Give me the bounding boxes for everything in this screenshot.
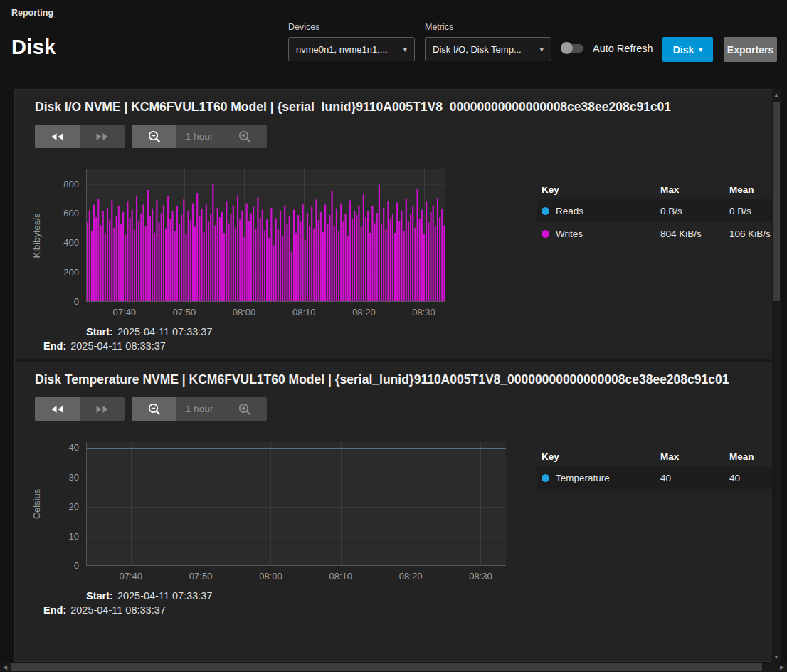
- chart-title: Disk I/O NVME | KCM6FVUL1T60 Model | {se…: [35, 100, 772, 115]
- start-line: Start:2025-04-11 07:33:37: [86, 590, 772, 602]
- series-name-cell: Writes: [537, 229, 660, 239]
- auto-refresh-toggle[interactable]: [562, 44, 583, 53]
- step-back-button[interactable]: [35, 125, 80, 148]
- x-tick-label: 07:50: [173, 307, 196, 317]
- chart-toolbar: 1 hour: [35, 125, 772, 148]
- x-tick-label: 08:00: [233, 307, 256, 317]
- scroll-left-icon[interactable]: ◀: [1, 663, 9, 672]
- y-axis-label: Celsius: [31, 489, 41, 520]
- page-title: Disk: [11, 36, 56, 59]
- time-step-group: [35, 397, 125, 421]
- scroll-down-icon[interactable]: ▼: [772, 653, 781, 662]
- start-value: 2025-04-11 07:33:37: [117, 326, 213, 337]
- end-line: End:2025-04-11 08:33:37: [43, 604, 772, 616]
- start-label: Start:: [86, 326, 113, 337]
- zoom-group: 1 hour: [132, 397, 267, 421]
- metrics-select-value: Disk I/O, Disk Temp...: [433, 44, 535, 55]
- chart-legend: KeyMaxMeanTemperature4040: [537, 446, 772, 489]
- y-axis-ticks: 0200400600800: [53, 169, 86, 302]
- x-tick-label: 08:10: [292, 307, 316, 317]
- zoom-out-icon: [147, 130, 162, 144]
- y-axis-label: Kibibytes/s: [31, 214, 41, 258]
- double-arrow-right-icon: [95, 132, 109, 141]
- series-max-value: 40: [660, 473, 729, 483]
- horizontal-scrollbar-thumb[interactable]: [11, 663, 762, 671]
- y-tick-label: 40: [69, 442, 79, 453]
- step-forward-button[interactable]: [80, 125, 125, 148]
- metrics-select[interactable]: Disk I/O, Disk Temp... ▾: [425, 37, 551, 61]
- step-back-button[interactable]: [35, 397, 80, 421]
- y-tick-label: 0: [74, 560, 79, 572]
- exporters-button[interactable]: Exporters: [724, 37, 777, 62]
- series-name: Writes: [556, 229, 583, 239]
- horizontal-scrollbar[interactable]: ◀ ▶: [0, 663, 787, 672]
- zoom-range-label: 1 hour: [176, 397, 222, 421]
- series-color-dot-icon: [542, 474, 549, 482]
- y-tick-label: 10: [69, 531, 79, 542]
- devices-label: Devices: [288, 22, 319, 32]
- legend-header-cell: Max: [660, 451, 729, 462]
- double-arrow-left-icon: [51, 132, 64, 141]
- x-tick-label: 08:20: [352, 307, 376, 317]
- y-tick-label: 800: [63, 179, 79, 190]
- y-tick-label: 20: [69, 501, 79, 513]
- y-tick-label: 600: [63, 208, 79, 219]
- chevron-down-icon: ▾: [403, 45, 407, 54]
- zoom-out-button[interactable]: [132, 397, 176, 421]
- zoom-in-button[interactable]: [222, 125, 267, 148]
- chart-legend: KeyMaxMeanReads0 B/s0 B/sWrites804 KiB/s…: [537, 179, 772, 245]
- zoom-in-icon: [238, 402, 252, 416]
- disk-temperature-card: Disk Temperature NVME | KCM6FVUL1T60 Mod…: [15, 362, 772, 661]
- end-label: End:: [43, 340, 66, 352]
- zoom-out-button[interactable]: [132, 125, 176, 148]
- x-tick-label: 08:30: [469, 571, 492, 582]
- legend-header-cell: Mean: [729, 451, 772, 462]
- x-tick-label: 07:50: [189, 571, 213, 582]
- scroll-right-icon[interactable]: ▶: [778, 663, 786, 672]
- scroll-up-icon[interactable]: ▲: [772, 90, 781, 100]
- legend-header-cell: Key: [537, 451, 660, 462]
- chart-region: Kibibytes/s 0200400600800 07:4007:5008:0…: [15, 169, 772, 320]
- series-mean-value: 0 B/s: [729, 206, 772, 216]
- end-value: 2025-04-11 08:33:37: [70, 340, 166, 352]
- start-label: Start:: [86, 590, 113, 602]
- legend-row-writes[interactable]: Writes804 KiB/s106 KiB/s: [537, 222, 772, 245]
- chart-region: Celsius 010203040 07:4007:5008:0008:1008…: [15, 442, 772, 584]
- step-forward-button[interactable]: [80, 397, 125, 421]
- devices-select[interactable]: nvme0n1, nvme1n1,... ▾: [288, 37, 415, 61]
- chart-title: Disk Temperature NVME | KCM6FVUL1T60 Mod…: [35, 372, 772, 387]
- legend-header-cell: Key: [537, 184, 660, 195]
- breadcrumb[interactable]: Reporting: [11, 8, 53, 18]
- vertical-scrollbar-thumb[interactable]: [773, 102, 780, 301]
- disk-io-chart[interactable]: [86, 169, 445, 302]
- temperature-chart[interactable]: [86, 442, 506, 566]
- legend-header-row: KeyMaxMean: [537, 446, 772, 466]
- x-tick-label: 07:40: [119, 571, 142, 582]
- series-color-dot-icon: [542, 230, 549, 238]
- disk-button-label: Disk: [673, 44, 694, 56]
- toggle-knob: [561, 42, 573, 54]
- x-tick-label: 08:30: [412, 307, 435, 317]
- zoom-in-button[interactable]: [222, 397, 267, 421]
- y-tick-label: 400: [63, 237, 79, 248]
- legend-header-cell: Max: [660, 184, 729, 195]
- vertical-scrollbar[interactable]: ▲ ▼: [772, 90, 781, 662]
- y-tick-label: 30: [69, 472, 79, 483]
- series-mean-value: 106 KiB/s: [729, 229, 772, 239]
- disk-button[interactable]: Disk ▾: [662, 37, 713, 62]
- series-max-value: 804 KiB/s: [660, 229, 729, 239]
- zoom-group: 1 hour: [132, 125, 267, 148]
- legend-row-reads[interactable]: Reads0 B/s0 B/s: [537, 199, 772, 222]
- series-name-cell: Temperature: [537, 473, 660, 483]
- x-axis-ticks: 07:4007:5008:0008:1008:2008:30: [86, 566, 506, 584]
- y-tick-label: 0: [74, 296, 79, 308]
- double-arrow-left-icon: [51, 405, 64, 414]
- zoom-range-label: 1 hour: [176, 125, 222, 148]
- y-axis-ticks: 010203040: [53, 442, 86, 566]
- legend-row-temperature[interactable]: Temperature4040: [537, 466, 772, 489]
- legend-header-cell: Mean: [729, 184, 772, 195]
- x-axis-ticks: 07:4007:5008:0008:1008:2008:30: [86, 302, 445, 320]
- plot-area: 07:4007:5008:0008:1008:2008:30: [86, 169, 445, 320]
- zoom-out-icon: [147, 402, 162, 416]
- y-tick-label: 200: [63, 267, 79, 278]
